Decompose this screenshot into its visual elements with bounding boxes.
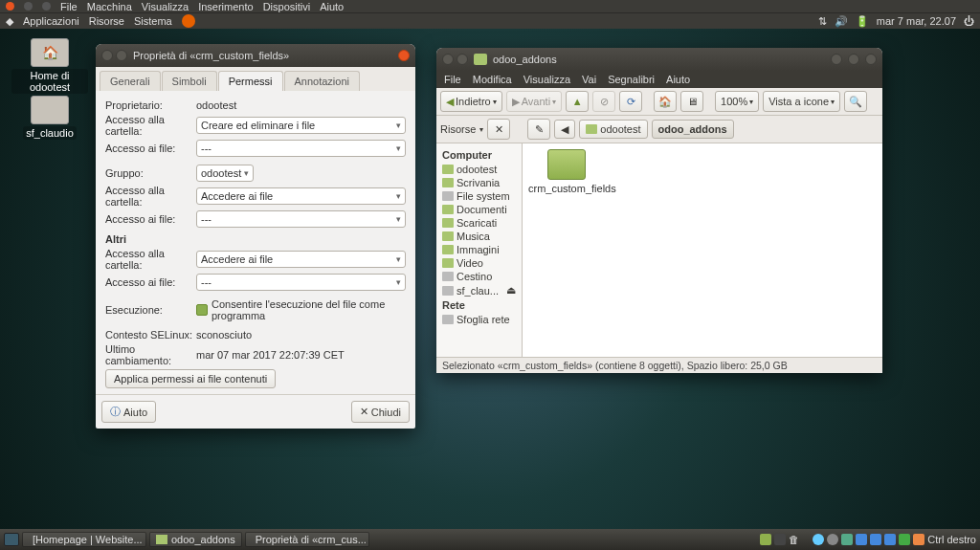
bottom-panel[interactable]: [Homepage | Website... odoo_addons Propr… [0,529,980,550]
window-title: odoo_addons [493,54,557,65]
sistema-menu[interactable]: Sistema [134,15,172,27]
menu-aiuto[interactable]: Aiuto [320,1,344,12]
path-back-seg[interactable]: ◀ [554,120,575,139]
menu-visualizza[interactable]: Visualizza [523,74,570,85]
window-close-icon[interactable] [865,54,877,65]
path-close-button[interactable]: ✕ [487,119,510,140]
window-close-icon[interactable] [398,50,410,61]
window-maximize-icon[interactable] [457,54,468,65]
reload-button[interactable]: ⟳ [619,91,642,112]
menu-aiuto[interactable]: Aiuto [666,74,690,85]
menu-macchina[interactable]: Macchina [87,1,132,12]
content-area[interactable]: crm_custom_fields [523,143,882,357]
host-min-icon[interactable] [24,2,33,11]
network-icon[interactable]: ⇅ [818,15,827,28]
apply-permissions-button[interactable]: Applica permessi ai file contenuti [105,369,276,388]
sidebar-item[interactable]: Documenti [438,203,520,216]
tab-annotazioni[interactable]: Annotazioni [284,71,361,91]
computer-button[interactable]: 🖥 [680,91,703,112]
desktop-sf-icon[interactable]: sf_claudio [11,96,88,140]
tray-net-icon[interactable] [884,534,896,545]
folder-item-crm[interactable]: crm_custom_fields [528,149,605,194]
view-mode-combo[interactable]: Vista a icone▾ [763,91,840,112]
power-icon[interactable]: ⏻ [964,15,974,27]
combo-file-other[interactable]: ---▾ [196,274,406,291]
menu-vai[interactable]: Vai [582,74,596,85]
menu-dispositivi[interactable]: Dispositivi [263,1,311,12]
trash-icon[interactable]: 🗑 [789,534,799,545]
search-button[interactable]: 🔍 [844,91,867,112]
show-desktop-icon[interactable] [4,533,19,546]
combo-group[interactable]: odootest▾ [196,165,254,182]
workspace-indicator-icon[interactable] [774,534,786,545]
sound-icon[interactable]: 🔊 [835,15,848,28]
window-min2-icon[interactable] [831,54,842,65]
apps-menu[interactable]: Applicazioni [23,15,79,27]
risorse-menu[interactable]: Risorse [89,15,124,27]
menu-modifica[interactable]: Modifica [473,74,512,85]
sidebar-item[interactable]: Musica [438,230,520,243]
path-edit-button[interactable]: ✎ [527,119,550,140]
firefox-icon[interactable] [182,14,195,28]
menu-visualizza[interactable]: Visualizza [142,1,189,12]
tab-simboli[interactable]: Simboli [162,71,217,91]
titlebar[interactable]: Proprietà di «crm_custom_fields» [96,44,415,67]
window-maximize-icon[interactable] [116,50,127,61]
sidebar-item[interactable]: File system [438,189,520,203]
window-minimize-icon[interactable] [442,54,454,65]
combo-folder-owner[interactable]: Creare ed eliminare i file▾ [196,117,406,134]
battery-icon[interactable]: 🔋 [856,15,869,28]
close-button[interactable]: ✕Chiudi [351,401,410,423]
tray-shared-icon[interactable] [856,534,867,545]
home-button[interactable]: 🏠 [654,91,677,112]
execute-checkbox[interactable] [196,304,208,316]
tray-mouse-icon[interactable] [913,534,924,545]
sidebar-item[interactable]: Immagini [438,243,520,256]
host-menubar[interactable]: File Macchina Visualizza Inserimento Dis… [0,0,980,13]
up-button[interactable]: ▲ [566,91,589,112]
tab-generali[interactable]: Generali [100,71,161,91]
tray-cd-icon[interactable] [827,534,838,545]
reload-icon: ⟳ [627,96,635,108]
tray-display-icon[interactable] [870,534,881,545]
sidebar-item[interactable]: sf_clau...⏏ [438,283,520,297]
path-seg-odootest[interactable]: odootest [579,120,647,139]
task-item-firefox[interactable]: [Homepage | Website... [22,532,146,547]
chevron-down-icon[interactable]: ▾ [479,125,483,134]
help-button[interactable]: ⓘAiuto [101,401,156,423]
host-close-icon[interactable] [6,2,14,11]
tray-icon[interactable] [813,534,824,545]
back-button[interactable]: ◀Indietro▾ [440,91,502,112]
desktop-home-icon[interactable]: Home di odootest [11,38,88,94]
combo-folder-group[interactable]: Accedere ai file▾ [196,187,406,205]
task-item-props[interactable]: Proprietà di «crm_cus... [245,532,369,547]
tray-sync-icon[interactable] [899,534,910,545]
combo-file-group[interactable]: ---▾ [196,210,406,228]
host-max-icon[interactable] [42,2,51,11]
sidebar-item[interactable]: odootest [438,163,520,176]
sidebar-item[interactable]: Scrivania [438,176,520,189]
clock[interactable]: mar 7 mar, 22.07 [877,15,956,27]
zoom-display[interactable]: 100%▾ [715,91,759,112]
sidebar-item[interactable]: Sfoglia rete [438,313,520,326]
tab-permessi[interactable]: Permessi [218,71,283,91]
eject-icon[interactable]: ⏏ [506,284,516,297]
titlebar[interactable]: odoo_addons [436,48,882,71]
gnome-panel[interactable]: ◆ Applicazioni Risorse Sistema ⇅ 🔊 🔋 mar… [0,13,980,29]
combo-file-owner[interactable]: ---▾ [196,140,406,157]
window-max2-icon[interactable] [848,54,859,65]
ubuntu-logo-icon[interactable]: ◆ [6,15,13,28]
task-item-nautilus[interactable]: odoo_addons [149,532,242,547]
menu-file[interactable]: File [60,1,78,12]
menu-segnalibri[interactable]: Segnalibri [608,74,655,85]
workspace-indicator-icon[interactable] [760,534,771,545]
menu-inserimento[interactable]: Inserimento [198,1,253,12]
sidebar-item[interactable]: Cestino [438,270,520,283]
menu-file[interactable]: File [444,74,461,85]
sidebar-item[interactable]: Scaricati [438,216,520,230]
window-minimize-icon[interactable] [101,50,113,61]
path-seg-odoo-addons[interactable]: odoo_addons [652,120,734,139]
sidebar-item[interactable]: Video [438,256,520,270]
tray-usb-icon[interactable] [841,534,853,545]
combo-folder-other[interactable]: Accedere ai file▾ [196,251,406,268]
